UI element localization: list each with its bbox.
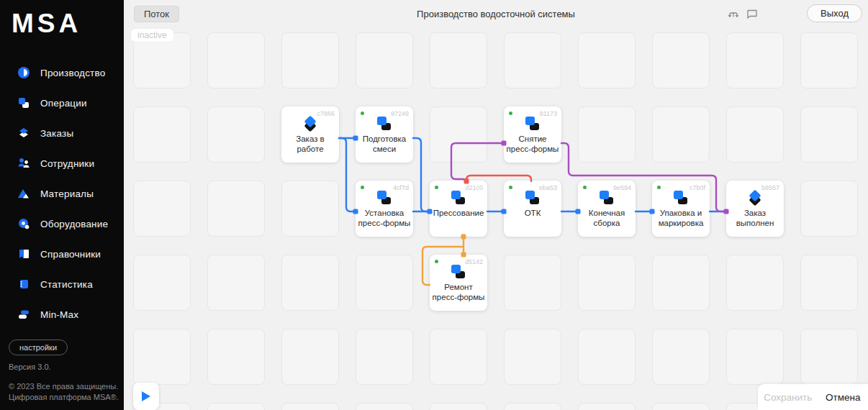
grid-cell (652, 329, 710, 385)
active-status-dot (583, 186, 587, 189)
sidebar-item-label: Операции (40, 98, 87, 109)
sidebar-item-operations[interactable]: Операции (0, 88, 124, 118)
grid-cell (726, 32, 784, 88)
operation-icon (523, 116, 542, 132)
grid-cell (800, 106, 858, 163)
node-label: Снятие пресс-формы (504, 134, 561, 155)
node-label: Установка пресс-формы (356, 208, 413, 229)
grid-cell (281, 255, 339, 311)
node-code: 4cf7d (393, 184, 409, 191)
flow-node[interactable]: d21c0Прессование (430, 181, 487, 237)
cancel-button[interactable]: Отмена (818, 392, 868, 403)
canvas: Поток Производство водосточной системы В… (124, 0, 868, 410)
flow-node[interactable]: d5142Ремонт пресс-формы (430, 255, 487, 311)
order-icon (746, 190, 764, 206)
operations-icon (17, 96, 30, 109)
flow-node[interactable]: 97249Подготовка смеси (356, 106, 413, 163)
active-status-dot (435, 260, 438, 263)
grid-cell (281, 403, 339, 410)
flow-node[interactable]: eba53ОТК (504, 181, 561, 237)
grid-cell (207, 32, 265, 88)
grid-cell (504, 255, 561, 311)
sidebar: MSA ПроизводствоОперацииЗаказыСотрудники… (0, 0, 124, 410)
copyright-text: © 2023 Все права защищены. Цифровая плат… (9, 381, 124, 404)
grid-cell (207, 329, 265, 385)
flow-node[interactable]: 4cf7dУстановка пресс-формы (356, 181, 413, 237)
operation-icon (375, 190, 394, 206)
active-status-dot (657, 186, 661, 189)
play-icon (141, 391, 151, 402)
sidebar-nav: ПроизводствоОперацииЗаказыСотрудникиМате… (0, 58, 124, 329)
node-label: Заказ выполнен (726, 208, 784, 229)
grid-cell (652, 106, 710, 163)
sidebar-item-materials[interactable]: Материалы (0, 178, 124, 209)
sidebar-item-statistics[interactable]: Статистика (0, 269, 124, 299)
node-label: Заказ в работе (281, 134, 339, 155)
grid-cell (578, 255, 636, 311)
inactive-badge: inactive (131, 29, 173, 42)
branch-icon[interactable] (727, 7, 740, 23)
grid-cell (578, 403, 636, 410)
settings-button[interactable]: настройки (9, 340, 68, 355)
flow-button[interactable]: Поток (134, 6, 179, 22)
run-flow-button[interactable] (133, 383, 159, 410)
operation-icon (597, 190, 616, 206)
grid-cell (800, 32, 858, 88)
node-code: c7b0f (690, 184, 705, 191)
grid-cell (207, 255, 265, 311)
node-code: 81173 (540, 110, 557, 117)
grid-cell (652, 403, 710, 410)
sidebar-item-references[interactable]: Справочники (0, 239, 124, 269)
grid-cell (504, 32, 561, 88)
sidebar-item-label: Заказы (40, 128, 73, 139)
grid-cell (652, 32, 710, 88)
grid-cell (430, 106, 487, 163)
version-label: Версия 3.0. (9, 363, 124, 371)
node-label: Конечная сборка (578, 208, 636, 229)
flow-node[interactable]: c7b0fУпаковка и маркировка (652, 181, 710, 237)
flow-node[interactable]: c7866Заказ в работе (281, 106, 339, 163)
exit-button[interactable]: Выход (807, 4, 862, 22)
sidebar-item-label: Сотрудники (40, 158, 94, 169)
grid-cell (133, 181, 191, 237)
grid-cell (133, 255, 191, 311)
connection-prep-to-press[interactable] (413, 138, 430, 211)
node-label: Ремонт пресс-формы (430, 282, 487, 303)
app-logo: MSA (0, 0, 124, 39)
grid-cell (578, 329, 636, 385)
grid-cell (800, 329, 858, 385)
flow-node[interactable]: 81173Снятие пресс-формы (504, 106, 561, 163)
sidebar-item-equipment[interactable]: Оборудование (0, 209, 124, 239)
sidebar-item-employees[interactable]: Сотрудники (0, 148, 124, 178)
active-status-dot (509, 111, 512, 115)
minmax-icon (17, 308, 30, 321)
grid-cell (281, 181, 339, 237)
grid-cell (207, 181, 265, 237)
grid-cell (430, 329, 487, 385)
sidebar-item-minmax[interactable]: Min-Max (0, 299, 124, 329)
statistics-icon (17, 278, 30, 291)
grid-cell (430, 32, 487, 88)
orders-icon (17, 127, 30, 140)
operation-icon (672, 190, 690, 206)
sidebar-item-label: Min-Max (40, 309, 78, 320)
sidebar-item-label: Оборудование (40, 219, 108, 229)
grid-cell (578, 32, 636, 88)
sidebar-item-production[interactable]: Производство (0, 58, 124, 88)
node-code: c7866 (317, 110, 335, 117)
grid-cell (504, 403, 561, 410)
grid-cell (652, 255, 710, 311)
references-icon (17, 247, 30, 260)
comment-icon[interactable] (746, 7, 759, 23)
connection-order-to-install[interactable] (339, 138, 356, 211)
grid-cell (800, 255, 858, 311)
grid-cell (578, 106, 636, 163)
grid-cell (356, 255, 413, 311)
save-button[interactable]: Сохранить (758, 392, 818, 403)
production-icon (17, 66, 30, 79)
flow-node[interactable]: 9e594Конечная сборка (578, 181, 636, 237)
employees-icon (17, 157, 30, 170)
flow-node[interactable]: b8557Заказ выполнен (726, 181, 784, 237)
node-label: ОТК (504, 208, 561, 218)
sidebar-item-orders[interactable]: Заказы (0, 118, 124, 148)
